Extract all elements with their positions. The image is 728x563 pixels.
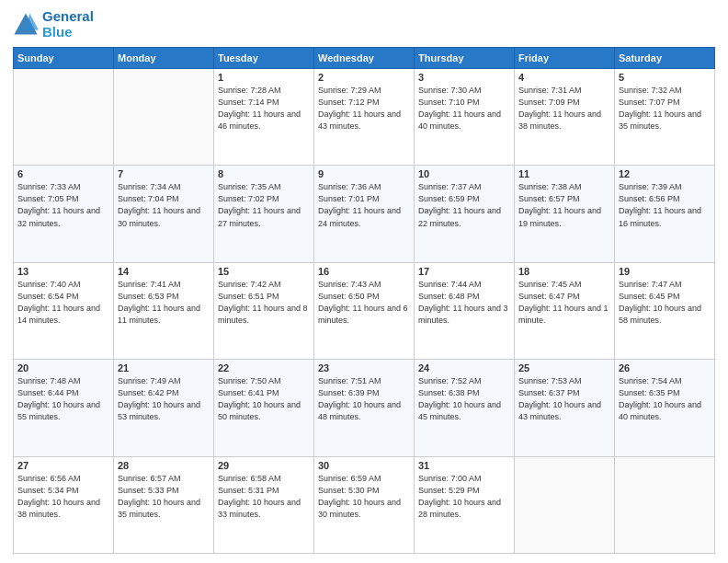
- calendar-cell: 11Sunrise: 7:38 AMSunset: 6:57 PMDayligh…: [515, 166, 615, 262]
- header: General Blue: [13, 9, 715, 40]
- logo-icon: [13, 12, 39, 38]
- calendar-week-row: 13Sunrise: 7:40 AMSunset: 6:54 PMDayligh…: [14, 262, 715, 359]
- calendar-week-row: 1Sunrise: 7:28 AMSunset: 7:14 PMDaylight…: [14, 69, 715, 166]
- day-info: Sunrise: 7:41 AMSunset: 6:53 PMDaylight:…: [118, 279, 210, 327]
- calendar-cell: 6Sunrise: 7:33 AMSunset: 7:05 PMDaylight…: [14, 166, 114, 262]
- day-info: Sunrise: 7:43 AMSunset: 6:50 PMDaylight:…: [318, 279, 410, 327]
- day-number: 30: [318, 460, 410, 471]
- day-number: 21: [118, 362, 210, 373]
- calendar-cell: 26Sunrise: 7:54 AMSunset: 6:35 PMDayligh…: [615, 360, 715, 456]
- calendar-cell: [14, 69, 114, 166]
- day-number: 20: [17, 362, 109, 373]
- calendar-cell: 20Sunrise: 7:48 AMSunset: 6:44 PMDayligh…: [14, 360, 114, 456]
- day-info: Sunrise: 7:54 AMSunset: 6:35 PMDaylight:…: [619, 375, 711, 423]
- day-info: Sunrise: 7:32 AMSunset: 7:07 PMDaylight:…: [619, 85, 711, 132]
- day-number: 12: [619, 168, 711, 179]
- weekday-header-thursday: Thursday: [415, 48, 515, 69]
- day-number: 5: [619, 72, 711, 83]
- calendar-table: SundayMondayTuesdayWednesdayThursdayFrid…: [13, 47, 715, 554]
- day-info: Sunrise: 7:34 AMSunset: 7:04 PMDaylight:…: [118, 181, 210, 229]
- day-info: Sunrise: 7:39 AMSunset: 6:56 PMDaylight:…: [619, 181, 711, 229]
- calendar-cell: 25Sunrise: 7:53 AMSunset: 6:37 PMDayligh…: [515, 360, 615, 456]
- day-info: Sunrise: 6:59 AMSunset: 5:30 PMDaylight:…: [318, 473, 410, 521]
- day-number: 1: [218, 72, 310, 83]
- day-info: Sunrise: 7:37 AMSunset: 6:59 PMDaylight:…: [418, 181, 510, 229]
- day-number: 2: [318, 72, 410, 83]
- day-number: 4: [518, 72, 610, 83]
- day-info: Sunrise: 7:51 AMSunset: 6:39 PMDaylight:…: [318, 375, 410, 423]
- day-number: 26: [619, 362, 711, 373]
- calendar-cell: 17Sunrise: 7:44 AMSunset: 6:48 PMDayligh…: [415, 262, 515, 359]
- day-info: Sunrise: 7:28 AMSunset: 7:14 PMDaylight:…: [218, 85, 310, 132]
- day-number: 31: [418, 460, 510, 471]
- calendar-week-row: 27Sunrise: 6:56 AMSunset: 5:34 PMDayligh…: [14, 456, 715, 553]
- day-number: 27: [17, 460, 109, 471]
- calendar-cell: [114, 69, 214, 166]
- calendar-cell: [615, 456, 715, 553]
- day-info: Sunrise: 7:50 AMSunset: 6:41 PMDaylight:…: [218, 375, 310, 423]
- day-number: 22: [218, 362, 310, 373]
- day-number: 11: [518, 168, 610, 179]
- calendar-cell: 30Sunrise: 6:59 AMSunset: 5:30 PMDayligh…: [314, 456, 415, 553]
- calendar-cell: 8Sunrise: 7:35 AMSunset: 7:02 PMDaylight…: [214, 166, 314, 262]
- day-number: 10: [418, 168, 510, 179]
- day-info: Sunrise: 7:30 AMSunset: 7:10 PMDaylight:…: [418, 85, 510, 132]
- day-number: 16: [318, 266, 410, 277]
- day-number: 7: [118, 168, 210, 179]
- day-info: Sunrise: 7:38 AMSunset: 6:57 PMDaylight:…: [518, 181, 610, 229]
- day-number: 9: [318, 168, 410, 179]
- calendar-cell: 22Sunrise: 7:50 AMSunset: 6:41 PMDayligh…: [214, 360, 314, 456]
- weekday-header-friday: Friday: [515, 48, 615, 69]
- day-info: Sunrise: 7:00 AMSunset: 5:29 PMDaylight:…: [418, 473, 510, 521]
- weekday-header-tuesday: Tuesday: [214, 48, 314, 69]
- day-info: Sunrise: 6:57 AMSunset: 5:33 PMDaylight:…: [118, 473, 210, 521]
- calendar-cell: 5Sunrise: 7:32 AMSunset: 7:07 PMDaylight…: [615, 69, 715, 166]
- day-info: Sunrise: 6:58 AMSunset: 5:31 PMDaylight:…: [218, 473, 310, 521]
- day-number: 28: [118, 460, 210, 471]
- calendar-cell: 31Sunrise: 7:00 AMSunset: 5:29 PMDayligh…: [415, 456, 515, 553]
- day-info: Sunrise: 7:36 AMSunset: 7:01 PMDaylight:…: [318, 181, 410, 229]
- calendar-cell: 13Sunrise: 7:40 AMSunset: 6:54 PMDayligh…: [14, 262, 114, 359]
- page-container: General Blue SundayMondayTuesdayWednesda…: [0, 0, 728, 563]
- day-info: Sunrise: 7:45 AMSunset: 6:47 PMDaylight:…: [518, 279, 610, 327]
- day-info: Sunrise: 7:40 AMSunset: 6:54 PMDaylight:…: [17, 279, 109, 327]
- calendar-cell: 10Sunrise: 7:37 AMSunset: 6:59 PMDayligh…: [415, 166, 515, 262]
- day-info: Sunrise: 7:35 AMSunset: 7:02 PMDaylight:…: [218, 181, 310, 229]
- day-info: Sunrise: 7:31 AMSunset: 7:09 PMDaylight:…: [518, 85, 610, 132]
- day-info: Sunrise: 6:56 AMSunset: 5:34 PMDaylight:…: [17, 473, 109, 521]
- day-info: Sunrise: 7:29 AMSunset: 7:12 PMDaylight:…: [318, 85, 410, 132]
- calendar-cell: 9Sunrise: 7:36 AMSunset: 7:01 PMDaylight…: [314, 166, 415, 262]
- calendar-week-row: 20Sunrise: 7:48 AMSunset: 6:44 PMDayligh…: [14, 360, 715, 456]
- calendar-cell: 29Sunrise: 6:58 AMSunset: 5:31 PMDayligh…: [214, 456, 314, 553]
- calendar-cell: 23Sunrise: 7:51 AMSunset: 6:39 PMDayligh…: [314, 360, 415, 456]
- calendar-cell: 3Sunrise: 7:30 AMSunset: 7:10 PMDaylight…: [415, 69, 515, 166]
- calendar-cell: 1Sunrise: 7:28 AMSunset: 7:14 PMDaylight…: [214, 69, 314, 166]
- weekday-header-row: SundayMondayTuesdayWednesdayThursdayFrid…: [14, 48, 715, 69]
- day-info: Sunrise: 7:44 AMSunset: 6:48 PMDaylight:…: [418, 279, 510, 327]
- day-info: Sunrise: 7:33 AMSunset: 7:05 PMDaylight:…: [17, 181, 109, 229]
- day-info: Sunrise: 7:48 AMSunset: 6:44 PMDaylight:…: [17, 375, 109, 423]
- calendar-cell: 28Sunrise: 6:57 AMSunset: 5:33 PMDayligh…: [114, 456, 214, 553]
- calendar-cell: 21Sunrise: 7:49 AMSunset: 6:42 PMDayligh…: [114, 360, 214, 456]
- day-number: 18: [518, 266, 610, 277]
- calendar-cell: 12Sunrise: 7:39 AMSunset: 6:56 PMDayligh…: [615, 166, 715, 262]
- calendar-cell: [515, 456, 615, 553]
- day-number: 17: [418, 266, 510, 277]
- day-number: 29: [218, 460, 310, 471]
- day-info: Sunrise: 7:42 AMSunset: 6:51 PMDaylight:…: [218, 279, 310, 327]
- svg-marker-1: [26, 13, 39, 29]
- calendar-cell: 24Sunrise: 7:52 AMSunset: 6:38 PMDayligh…: [415, 360, 515, 456]
- calendar-cell: 19Sunrise: 7:47 AMSunset: 6:45 PMDayligh…: [615, 262, 715, 359]
- weekday-header-sunday: Sunday: [14, 48, 114, 69]
- day-number: 6: [17, 168, 109, 179]
- day-info: Sunrise: 7:49 AMSunset: 6:42 PMDaylight:…: [118, 375, 210, 423]
- day-info: Sunrise: 7:47 AMSunset: 6:45 PMDaylight:…: [619, 279, 711, 327]
- calendar-cell: 16Sunrise: 7:43 AMSunset: 6:50 PMDayligh…: [314, 262, 415, 359]
- day-number: 15: [218, 266, 310, 277]
- day-number: 3: [418, 72, 510, 83]
- logo: General Blue: [13, 9, 94, 40]
- day-number: 23: [318, 362, 410, 373]
- weekday-header-monday: Monday: [114, 48, 214, 69]
- logo-text: General Blue: [42, 9, 94, 40]
- day-number: 24: [418, 362, 510, 373]
